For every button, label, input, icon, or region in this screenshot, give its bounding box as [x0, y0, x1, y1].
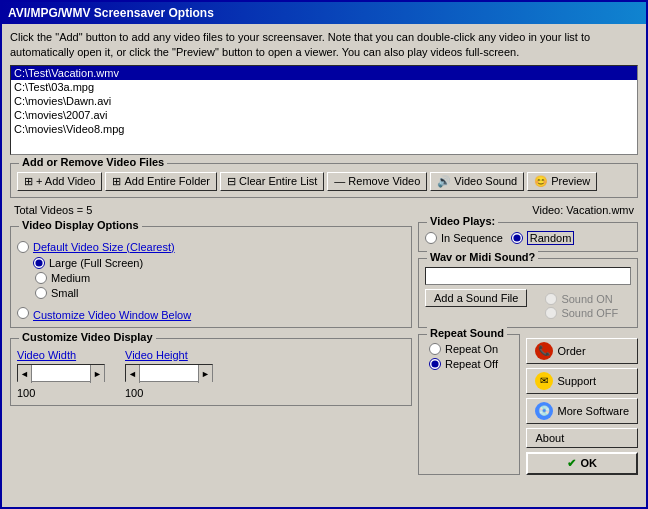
remove-video-button[interactable]: — Remove Video: [327, 172, 427, 191]
width-right-arrow[interactable]: ►: [90, 365, 104, 383]
video-sound-icon: 🔊: [437, 175, 451, 188]
repeat-on-label: Repeat On: [445, 343, 498, 355]
medium-radio-label: Medium: [51, 272, 90, 284]
random-radio[interactable]: Random: [511, 231, 575, 245]
height-value: [140, 365, 198, 381]
window-title: AVI/MPG/WMV Screensaver Options: [8, 6, 214, 20]
medium-radio[interactable]: Medium: [33, 272, 143, 284]
video-display-group: Video Display Options Default Video Size…: [10, 226, 412, 328]
status-row: Total Videos = 5 Video: Vacation.wmv: [10, 202, 638, 218]
repeat-radio-group: Repeat On Repeat Off: [425, 339, 513, 372]
repeat-off-input[interactable]: [429, 358, 441, 370]
default-radio-input[interactable]: [17, 241, 29, 253]
height-col: Video Height ◄ ► 100: [125, 349, 213, 399]
sound-off-radio[interactable]: Sound OFF: [545, 307, 618, 319]
ok-label: OK: [580, 457, 597, 469]
plays-row: In Sequence Random: [425, 227, 631, 245]
video-plays-title: Video Plays:: [427, 215, 498, 227]
left-panel: Video Display Options Default Video Size…: [10, 222, 412, 501]
customize-display-title: Customize Video Display: [19, 331, 156, 343]
about-button[interactable]: About: [526, 428, 638, 448]
large-radio-label: Large (Full Screen): [49, 257, 143, 269]
total-videos-label: Total Videos = 5: [14, 204, 92, 216]
order-button[interactable]: 📞 Order: [526, 338, 638, 364]
width-col: Video Width ◄ ► 100: [17, 349, 105, 399]
add-folder-icon: ⊞: [112, 175, 121, 188]
width-height-row: Video Width ◄ ► 100 Video Height ◄: [17, 343, 405, 399]
add-sound-label: Add a Sound File: [434, 292, 518, 304]
add-video-label: + Add Video: [36, 175, 95, 187]
repeat-title: Repeat Sound: [427, 327, 507, 339]
clear-list-icon: ⊟: [227, 175, 236, 188]
support-label: Support: [557, 375, 596, 387]
default-video-label[interactable]: Default Video Size (Clearest): [33, 241, 175, 253]
add-video-icon: ⊞: [24, 175, 33, 188]
sound-toggle-group: Sound ON Sound OFF: [535, 289, 618, 319]
ok-checkmark-icon: ✔: [567, 457, 576, 470]
medium-radio-input[interactable]: [35, 272, 47, 284]
video-sound-button[interactable]: 🔊 Video Sound: [430, 172, 524, 191]
sound-off-label: Sound OFF: [561, 307, 618, 319]
current-video-label: Video: Vacation.wmv: [532, 204, 634, 216]
width-spinner[interactable]: ◄ ►: [17, 364, 105, 382]
support-icon: ✉: [535, 372, 553, 390]
video-plays-group: Video Plays: In Sequence Random: [418, 222, 638, 252]
wav-file-input[interactable]: [425, 267, 631, 285]
list-item[interactable]: C:\movies\2007.avi: [11, 108, 637, 122]
ok-button[interactable]: ✔ OK: [526, 452, 638, 475]
preview-icon: 😊: [534, 175, 548, 188]
large-radio[interactable]: Large (Full Screen): [33, 257, 143, 269]
preview-button[interactable]: 😊 Preview: [527, 172, 597, 191]
repeat-on-radio[interactable]: Repeat On: [429, 343, 513, 355]
height-right-arrow[interactable]: ►: [198, 365, 212, 383]
repeat-off-label: Repeat Off: [445, 358, 498, 370]
height-spinner[interactable]: ◄ ►: [125, 364, 213, 382]
customize-link-radio[interactable]: Customize Video Window Below: [17, 305, 405, 321]
height-left-arrow[interactable]: ◄: [126, 365, 140, 383]
in-sequence-input[interactable]: [425, 232, 437, 244]
add-sound-button[interactable]: Add a Sound File: [425, 289, 527, 307]
customize-display-group: Customize Video Display Video Width ◄ ► …: [10, 338, 412, 406]
large-radio-input[interactable]: [33, 257, 45, 269]
list-item[interactable]: C:\movies\Dawn.avi: [11, 94, 637, 108]
add-folder-button[interactable]: ⊞ Add Entire Folder: [105, 172, 217, 191]
toolbar-row: ⊞ + Add Video ⊞ Add Entire Folder ⊟ Clea…: [17, 172, 631, 191]
toolbar-group: Add or Remove Video Files ⊞ + Add Video …: [10, 163, 638, 198]
default-video-radio[interactable]: Default Video Size (Clearest): [17, 241, 175, 253]
list-item[interactable]: C:\Test\Vacation.wmv: [11, 66, 637, 80]
file-list[interactable]: C:\Test\Vacation.wmv C:\Test\03a.mpg C:\…: [10, 65, 638, 155]
add-video-button[interactable]: ⊞ + Add Video: [17, 172, 102, 191]
video-sound-label: Video Sound: [454, 175, 517, 187]
small-radio-input[interactable]: [35, 287, 47, 299]
sound-on-input[interactable]: [545, 293, 557, 305]
width-value: [32, 365, 90, 381]
wav-title: Wav or Midi Sound?: [427, 251, 538, 263]
width-number: 100: [17, 385, 105, 399]
repeat-off-radio[interactable]: Repeat Off: [429, 358, 513, 370]
repeat-group: Repeat Sound Repeat On Repeat Off: [418, 334, 520, 475]
small-radio-label: Small: [51, 287, 79, 299]
random-input[interactable]: [511, 232, 523, 244]
small-radio[interactable]: Small: [33, 287, 143, 299]
clear-list-button[interactable]: ⊟ Clear Entire List: [220, 172, 324, 191]
customize-radio-input[interactable]: [17, 307, 29, 319]
width-left-arrow[interactable]: ◄: [18, 365, 32, 383]
more-software-icon: 💿: [535, 402, 553, 420]
more-software-button[interactable]: 💿 More Software: [526, 398, 638, 424]
sound-off-input[interactable]: [545, 307, 557, 319]
order-label: Order: [557, 345, 585, 357]
random-label: Random: [527, 231, 575, 245]
height-label: Video Height: [125, 349, 213, 361]
support-button[interactable]: ✉ Support: [526, 368, 638, 394]
display-options-row: Default Video Size (Clearest): [17, 237, 405, 253]
about-label: About: [535, 432, 564, 444]
more-software-label: More Software: [557, 405, 629, 417]
repeat-on-input[interactable]: [429, 343, 441, 355]
remove-video-label: — Remove Video: [334, 175, 420, 187]
list-item[interactable]: C:\movies\Video8.mpg: [11, 122, 637, 136]
sound-on-radio[interactable]: Sound ON: [545, 293, 618, 305]
list-item[interactable]: C:\Test\03a.mpg: [11, 80, 637, 94]
in-sequence-radio[interactable]: In Sequence: [425, 232, 503, 244]
customize-link-label[interactable]: Customize Video Window Below: [33, 305, 191, 321]
preview-label: Preview: [551, 175, 590, 187]
